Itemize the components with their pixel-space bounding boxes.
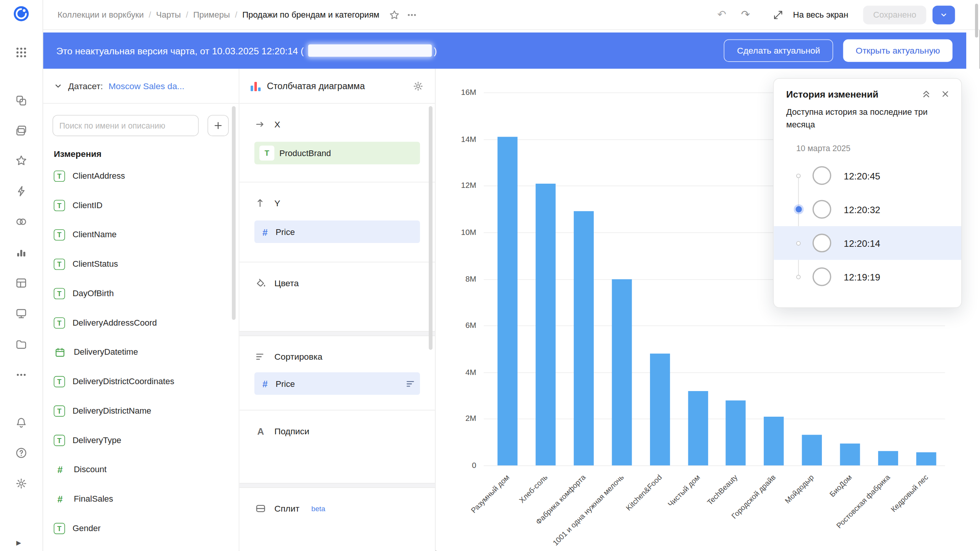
chart-type-label[interactable]: Столбчатая диаграмма — [267, 81, 365, 91]
field-item-finalsales[interactable]: #FinalSales — [52, 484, 229, 514]
chart-bar-4[interactable] — [650, 354, 670, 465]
collapse-sidebar-icon[interactable]: ▶ — [16, 539, 21, 546]
field-search-input[interactable] — [52, 115, 199, 136]
number-field-icon: # — [54, 494, 66, 504]
chevron-down-icon[interactable] — [54, 82, 62, 90]
chart-bar-1[interactable] — [536, 183, 556, 465]
workbooks-icon[interactable] — [13, 122, 29, 139]
history-entry[interactable]: 12:20:32 — [774, 192, 961, 226]
more-icon[interactable] — [13, 367, 29, 383]
field-item-clientstatus[interactable]: TClientStatus — [52, 249, 229, 279]
chart-bar-6[interactable] — [726, 400, 746, 466]
chart-bar-5[interactable] — [688, 391, 708, 465]
sort-direction-icon[interactable] — [406, 379, 415, 388]
field-item-dayofbirth[interactable]: TDayOfBirth — [52, 279, 229, 308]
history-panel: История изменений Доступна история за по… — [773, 78, 962, 308]
fullscreen-label[interactable]: На весь экран — [793, 10, 848, 19]
chart-bar-0[interactable] — [498, 137, 518, 465]
make-actual-button[interactable]: Сделать актуальной — [724, 39, 833, 62]
sort-icon — [254, 351, 267, 362]
y-axis-tick-label: 14M — [436, 134, 476, 144]
dataset-scrollbar-thumb[interactable] — [232, 106, 236, 320]
field-item-gender[interactable]: TGender — [52, 514, 229, 543]
version-radio-circle[interactable] — [812, 200, 831, 219]
add-field-button[interactable] — [207, 115, 229, 136]
field-item-deliverydistrictname[interactable]: TDeliveryDistrictName — [52, 396, 229, 425]
charts-icon[interactable] — [13, 244, 29, 260]
settings-gear-icon[interactable] — [13, 475, 29, 491]
sort-field-pill[interactable]: # Price — [254, 372, 420, 395]
favorite-star-icon[interactable] — [385, 6, 403, 24]
breadcrumb-item[interactable]: Коллекции и воркбуки — [57, 10, 144, 19]
fullscreen-icon[interactable] — [769, 6, 787, 24]
history-entry[interactable]: 12:20:14 — [774, 226, 961, 260]
field-item-deliverytype[interactable]: TDeliveryType — [52, 425, 229, 455]
timeline-marker-icon[interactable] — [794, 226, 802, 260]
dataset-panel: Датасет: Moscow Sales da... Измерения TC… — [42, 69, 239, 551]
redo-icon[interactable]: ↷ — [737, 6, 755, 24]
apps-grid-icon[interactable] — [13, 44, 29, 60]
recents-lightning-icon[interactable] — [13, 183, 29, 199]
page-scrollbar-thumb[interactable] — [975, 4, 978, 37]
chart-bar-8[interactable] — [802, 435, 822, 465]
datasets-table-icon[interactable] — [13, 275, 29, 291]
field-item-deliverydistrictcoordinates[interactable]: TDeliveryDistrictCoordinates — [52, 367, 229, 396]
more-menu-icon[interactable] — [403, 6, 421, 24]
breadcrumb-item[interactable]: Примеры — [193, 10, 230, 19]
version-radio-circle[interactable] — [812, 166, 831, 185]
y-axis-tick-label: 2M — [436, 414, 476, 424]
timeline-marker-icon[interactable] — [794, 260, 802, 293]
config-scrollbar-thumb[interactable] — [429, 106, 433, 350]
field-name: ClientAddress — [72, 171, 125, 180]
chart-bar-11[interactable] — [916, 453, 936, 465]
collapse-history-icon[interactable] — [921, 89, 931, 99]
field-name: ClientStatus — [72, 259, 118, 269]
favorites-star-icon[interactable] — [13, 152, 29, 168]
field-item-clientname[interactable]: TClientName — [52, 220, 229, 249]
x-field-pill[interactable]: T ProductBrand — [254, 142, 420, 165]
datalens-logo[interactable] — [13, 6, 29, 22]
history-entry[interactable]: 12:19:19 — [774, 260, 961, 293]
field-item-clientaddress[interactable]: TClientAddress — [52, 161, 229, 191]
number-field-icon: # — [260, 378, 271, 389]
dataset-name-link[interactable]: Moscow Sales da... — [108, 81, 184, 91]
field-item-discount[interactable]: #Discount — [52, 455, 229, 484]
version-radio-circle[interactable] — [812, 234, 831, 253]
chart-settings-gear-icon[interactable] — [413, 80, 424, 91]
y-field-pill[interactable]: # Price — [254, 220, 420, 243]
beta-badge: beta — [311, 505, 325, 512]
save-dropdown-button[interactable] — [933, 5, 955, 24]
help-icon[interactable] — [13, 445, 29, 461]
field-item-deliveryaddresscoord[interactable]: TDeliveryAddressCoord — [52, 308, 229, 337]
y-axis-tick-label: 6M — [436, 321, 476, 331]
breadcrumb-item[interactable]: Чарты — [156, 10, 181, 19]
field-name: DeliveryDistrictName — [72, 406, 151, 415]
split-icon — [254, 503, 267, 514]
saved-button[interactable]: Сохранено — [863, 5, 926, 24]
undo-icon[interactable]: ↶ — [713, 6, 731, 24]
chart-bar-10[interactable] — [878, 451, 898, 466]
sort-field-name: Price — [276, 379, 295, 388]
storage-folder-icon[interactable] — [13, 336, 29, 352]
chart-bar-9[interactable] — [840, 443, 860, 465]
notifications-bell-icon[interactable] — [13, 415, 29, 431]
field-item-clientid[interactable]: TClientID — [52, 191, 229, 220]
dataset-label: Датасет: — [68, 81, 103, 91]
field-name: FinalSales — [74, 494, 113, 503]
open-actual-button[interactable]: Открыть актуальную — [843, 39, 952, 62]
dashboards-monitor-icon[interactable] — [13, 305, 29, 321]
timeline-marker-icon[interactable] — [794, 159, 802, 192]
connections-icon[interactable] — [13, 214, 29, 230]
chart-bar-7[interactable] — [764, 416, 784, 465]
collections-icon[interactable] — [13, 93, 29, 109]
field-item-deliverydatetime[interactable]: DeliveryDatetime — [52, 337, 229, 367]
close-history-icon[interactable] — [941, 89, 950, 99]
history-entry[interactable]: 12:20:45 — [774, 159, 961, 192]
timeline-marker-selected[interactable] — [794, 192, 802, 226]
y-axis-tick-label: 10M — [436, 227, 476, 237]
chart-bar-3[interactable] — [612, 279, 632, 465]
field-name: DeliveryType — [72, 435, 121, 445]
version-radio-circle[interactable] — [812, 267, 831, 286]
date-field-icon — [54, 346, 66, 357]
chart-bar-2[interactable] — [574, 211, 594, 465]
